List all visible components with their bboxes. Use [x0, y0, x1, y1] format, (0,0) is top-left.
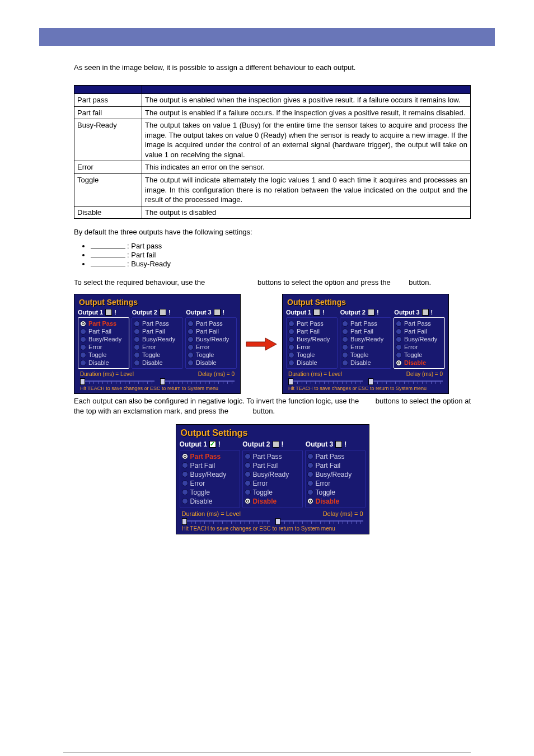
radio-option[interactable]: Error: [80, 343, 127, 351]
slider[interactable]: [275, 518, 363, 524]
panel-title: Output Settings: [79, 298, 237, 307]
invert-icon[interactable]: !: [322, 309, 325, 316]
radio-option[interactable]: Error: [245, 479, 301, 488]
radio-option[interactable]: Part Pass: [245, 452, 301, 461]
radio-option[interactable]: Disable: [182, 497, 238, 506]
tab-output-3[interactable]: Output 3!: [186, 309, 237, 316]
checkbox-icon[interactable]: [335, 441, 342, 448]
radio-option[interactable]: Part Pass: [396, 320, 443, 327]
radio-option[interactable]: Part Fail: [134, 327, 181, 335]
radio-option[interactable]: Part Fail: [188, 327, 235, 335]
radio-option[interactable]: Part Fail: [245, 461, 301, 470]
invert-icon[interactable]: !: [223, 309, 225, 316]
radio-option[interactable]: Busy/Ready: [396, 335, 443, 343]
invert-icon[interactable]: !: [282, 440, 284, 448]
radio-option[interactable]: Toggle: [188, 351, 235, 359]
slider[interactable]: [80, 378, 154, 384]
slider[interactable]: [368, 378, 443, 384]
slider-thumb[interactable]: [80, 378, 85, 385]
slider-thumb[interactable]: [160, 378, 165, 385]
radio-option[interactable]: Error: [188, 343, 235, 351]
radio-option[interactable]: Toggle: [396, 351, 443, 359]
radio-option[interactable]: Error: [288, 343, 335, 351]
radio-option[interactable]: Error: [342, 343, 389, 351]
radio-option[interactable]: Part Pass: [307, 452, 363, 461]
radio-option[interactable]: Disable: [342, 359, 389, 367]
invert-icon[interactable]: !: [431, 309, 433, 316]
checkbox-icon[interactable]: [313, 309, 320, 316]
radio-option[interactable]: Busy/Ready: [288, 335, 335, 343]
radio-option[interactable]: Toggle: [307, 488, 363, 497]
radio-option[interactable]: Disable: [288, 359, 335, 367]
invert-icon[interactable]: !: [168, 309, 171, 316]
checkbox-icon[interactable]: [368, 309, 374, 316]
radio-option[interactable]: Part Pass: [342, 320, 389, 327]
invert-icon[interactable]: !: [377, 309, 379, 316]
radio-option[interactable]: Part Pass: [80, 320, 127, 327]
radio-option[interactable]: Part Pass: [288, 320, 335, 327]
checkbox-icon[interactable]: [422, 309, 429, 316]
radio-option[interactable]: Part Fail: [396, 327, 443, 335]
radio-option[interactable]: Busy/Ready: [182, 470, 238, 479]
radio-option[interactable]: Error: [396, 343, 443, 351]
slider-thumb[interactable]: [368, 378, 373, 385]
radio-option[interactable]: Disable: [396, 359, 443, 367]
duration-label: Duration (ms) = Level: [80, 371, 134, 377]
radio-option[interactable]: Busy/Ready: [342, 335, 389, 343]
radio-option[interactable]: Disable: [188, 359, 235, 367]
checkbox-icon[interactable]: [273, 441, 279, 448]
slider[interactable]: [160, 378, 235, 384]
radio-option[interactable]: Busy/Ready: [80, 335, 127, 343]
tab-output-2[interactable]: Output 2!: [340, 309, 391, 316]
tab-output-1[interactable]: Output 1!: [286, 309, 337, 316]
slider[interactable]: [288, 378, 363, 384]
checkbox-icon[interactable]: [160, 309, 166, 316]
invert-icon[interactable]: !: [344, 440, 346, 448]
radio-option[interactable]: Toggle: [342, 351, 389, 359]
slider-thumb[interactable]: [288, 378, 293, 385]
radio-option[interactable]: Disable: [134, 359, 181, 367]
checkbox-icon[interactable]: [105, 309, 112, 316]
radio-option[interactable]: Busy/Ready: [307, 470, 363, 479]
radio-option[interactable]: Disable: [245, 497, 301, 506]
radio-option[interactable]: Part Fail: [288, 327, 335, 335]
tab-output-3[interactable]: Output 3!: [394, 309, 445, 316]
radio-option[interactable]: Part Pass: [188, 320, 235, 327]
radio-option[interactable]: Toggle: [288, 351, 335, 359]
invert-icon[interactable]: !: [218, 440, 221, 448]
radio-option[interactable]: Disable: [307, 497, 363, 506]
tab-output-2[interactable]: Output 2!: [132, 309, 183, 316]
radio-icon: [245, 480, 251, 486]
radio-option[interactable]: Part Fail: [342, 327, 389, 335]
slider-thumb[interactable]: [275, 518, 280, 525]
radio-option[interactable]: Toggle: [134, 351, 181, 359]
radio-option[interactable]: Part Pass: [134, 320, 181, 327]
radio-option[interactable]: Disable: [80, 359, 127, 367]
tab-output-2[interactable]: Output 2!: [242, 440, 302, 448]
radio-label: Part Pass: [350, 320, 377, 327]
radio-option[interactable]: Part Fail: [307, 461, 363, 470]
checkbox-icon[interactable]: [209, 441, 216, 448]
radio-icon: [396, 352, 402, 358]
radio-option[interactable]: Error: [134, 343, 181, 351]
radio-option[interactable]: Part Fail: [182, 461, 238, 470]
tab-output-1[interactable]: Output 1!: [78, 309, 129, 316]
radio-option[interactable]: Part Fail: [80, 327, 127, 335]
tab-output-3[interactable]: Output 3!: [306, 440, 366, 448]
invert-icon[interactable]: !: [114, 309, 116, 316]
duration-label: Duration (ms) = Level: [288, 371, 342, 377]
tab-label: Output 2: [132, 309, 157, 316]
radio-option[interactable]: Toggle: [245, 488, 301, 497]
radio-option[interactable]: Busy/Ready: [245, 470, 301, 479]
radio-option[interactable]: Part Pass: [182, 452, 238, 461]
radio-option[interactable]: Busy/Ready: [188, 335, 235, 343]
checkbox-icon[interactable]: [214, 309, 221, 316]
tab-output-1[interactable]: Output 1!: [180, 440, 240, 448]
radio-option[interactable]: Error: [182, 479, 238, 488]
radio-option[interactable]: Toggle: [80, 351, 127, 359]
slider[interactable]: [182, 518, 270, 524]
radio-option[interactable]: Error: [307, 479, 363, 488]
radio-option[interactable]: Busy/Ready: [134, 335, 181, 343]
slider-thumb[interactable]: [182, 518, 187, 525]
radio-option[interactable]: Toggle: [182, 488, 238, 497]
